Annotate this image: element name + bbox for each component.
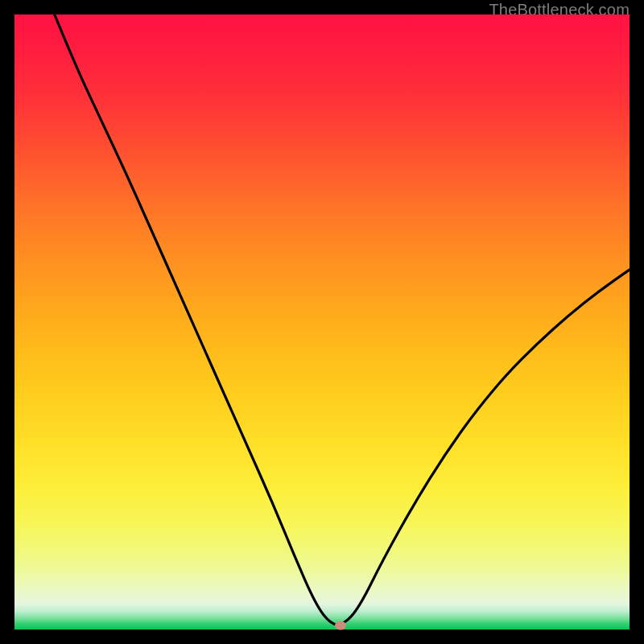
optimal-point-marker [335, 621, 346, 630]
chart-stage: TheBottleneck.com [0, 0, 644, 644]
plot-area [14, 14, 630, 630]
bottleneck-curve [14, 14, 630, 630]
